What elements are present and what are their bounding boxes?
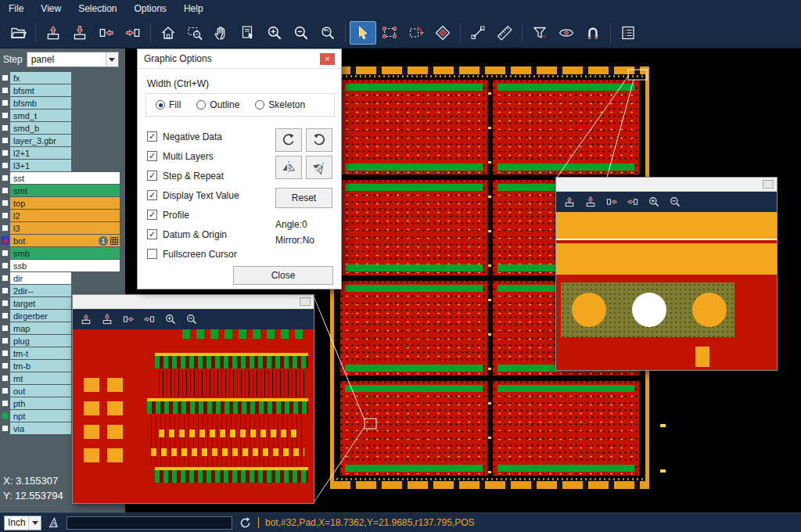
import-bottom-icon[interactable] xyxy=(584,196,597,208)
layer-checkbox[interactable] xyxy=(2,375,9,382)
magnifier-window-left[interactable] xyxy=(72,294,314,504)
chevron-down-icon[interactable] xyxy=(28,516,41,530)
import-right-button[interactable] xyxy=(120,21,146,45)
chevron-down-icon[interactable] xyxy=(106,52,118,66)
close-button[interactable]: Close xyxy=(233,266,333,285)
layer-checkbox[interactable] xyxy=(2,200,9,207)
layer-checkbox[interactable] xyxy=(2,262,9,269)
checkbox-multi-layers[interactable]: Multi Layers xyxy=(147,146,239,166)
pan-button[interactable] xyxy=(208,21,235,45)
mirror-diagonal-button[interactable] xyxy=(306,156,332,179)
rotate-cw-button[interactable] xyxy=(275,128,302,152)
zoom-previous-button[interactable] xyxy=(314,21,341,45)
menu-item-file[interactable]: File xyxy=(0,1,32,16)
layer-checkbox[interactable] xyxy=(2,275,9,282)
layer-row[interactable]: sst xyxy=(0,172,120,184)
layer-checkbox[interactable] xyxy=(2,400,9,407)
magnifier-titlebar[interactable] xyxy=(556,178,777,192)
layer-row[interactable]: l3 xyxy=(0,222,120,234)
layer-row[interactable]: smd_b xyxy=(0,122,120,134)
command-input[interactable] xyxy=(66,516,232,530)
zoom-out-button[interactable] xyxy=(288,21,314,45)
import-top-icon[interactable] xyxy=(563,196,576,208)
mirror-horizontal-button[interactable] xyxy=(275,156,302,179)
layer-checkbox[interactable] xyxy=(2,174,9,182)
layer-checkbox[interactable] xyxy=(2,337,9,344)
layer-checkbox[interactable] xyxy=(2,425,9,432)
layer-checkbox[interactable] xyxy=(2,300,9,307)
import-top-icon[interactable] xyxy=(80,313,92,325)
import-right-icon[interactable] xyxy=(627,196,639,208)
checkbox-step-repeat[interactable]: Step & Repeat xyxy=(147,166,239,185)
refresh-icon[interactable] xyxy=(239,516,252,530)
import-left-icon[interactable] xyxy=(122,313,135,325)
import-right-icon[interactable] xyxy=(143,313,156,325)
layer-row[interactable]: ssb xyxy=(0,260,120,271)
graphic-options-dialog[interactable]: Graphic Options Width (Ctrl+W) FillOutli… xyxy=(137,49,342,289)
layer-checkbox[interactable] xyxy=(2,250,9,257)
magnifier-view[interactable] xyxy=(73,329,314,503)
layer-row[interactable]: bfsmb xyxy=(0,97,120,109)
apply-transform-button[interactable] xyxy=(429,21,456,45)
zoom-in-icon[interactable] xyxy=(164,313,177,325)
layer-checkbox[interactable] xyxy=(2,325,9,332)
checkbox-profile[interactable]: Profile xyxy=(147,205,239,225)
magnifier-titlebar[interactable] xyxy=(73,295,314,309)
layer-row[interactable]: fx xyxy=(0,72,120,84)
menu-item-selection[interactable]: Selection xyxy=(70,1,125,16)
zoom-window-button[interactable] xyxy=(181,21,208,45)
layer-row[interactable]: layer_3.gbr xyxy=(0,135,120,146)
checkbox-display-text-value[interactable]: Display Text Value xyxy=(147,185,239,205)
layer-row[interactable]: dir xyxy=(0,272,120,284)
layer-checkbox[interactable] xyxy=(2,312,9,319)
open-folder-button[interactable] xyxy=(5,21,31,45)
layer-checkbox[interactable] xyxy=(2,149,9,156)
dialog-titlebar[interactable]: Graphic Options xyxy=(138,49,341,69)
cursor-tool-button[interactable] xyxy=(350,21,376,45)
import-bottom-button[interactable] xyxy=(66,21,93,45)
window-button[interactable] xyxy=(763,180,774,189)
layer-row[interactable]: smb xyxy=(0,247,120,259)
layer-checkbox[interactable] xyxy=(2,87,9,94)
layer-checkbox[interactable] xyxy=(2,162,9,169)
layer-checkbox[interactable] xyxy=(2,225,9,232)
layer-row[interactable]: bot1 xyxy=(0,235,120,246)
menu-item-view[interactable]: View xyxy=(32,1,70,16)
snap-button[interactable] xyxy=(580,21,606,45)
select-document-button[interactable] xyxy=(235,21,261,45)
magnifier-window-right[interactable] xyxy=(555,177,778,371)
layer-checkbox[interactable] xyxy=(2,112,9,119)
radio-fill[interactable]: Fill xyxy=(156,99,181,110)
layer-row[interactable]: smt xyxy=(0,185,120,196)
rotate-ccw-button[interactable] xyxy=(306,128,332,152)
magnifier-view[interactable] xyxy=(556,212,777,370)
zoom-out-icon[interactable] xyxy=(669,196,681,208)
layer-checkbox[interactable] xyxy=(2,124,9,131)
report-button[interactable] xyxy=(615,21,641,45)
layer-row[interactable]: l2 xyxy=(0,210,120,221)
layer-row[interactable]: l2+1 xyxy=(0,147,120,159)
window-button[interactable] xyxy=(300,297,311,306)
menu-item-help[interactable]: Help xyxy=(175,1,212,16)
transform-select-button[interactable] xyxy=(403,21,429,45)
checkbox-negative-data[interactable]: Negative Data xyxy=(147,127,239,146)
zoom-in-button[interactable] xyxy=(261,21,288,45)
layer-checkbox[interactable] xyxy=(2,212,9,219)
layer-row[interactable]: top xyxy=(0,197,120,209)
radio-skeleton[interactable]: Skeleton xyxy=(255,99,305,110)
layer-row[interactable]: smd_t xyxy=(0,110,120,121)
menu-item-options[interactable]: Options xyxy=(126,1,175,16)
layer-checkbox[interactable] xyxy=(2,137,9,144)
home-view-button[interactable] xyxy=(155,21,181,45)
unit-select[interactable]: Inch xyxy=(4,516,41,530)
zoom-in-icon[interactable] xyxy=(648,196,660,208)
layer-checkbox[interactable] xyxy=(2,362,9,369)
import-top-button[interactable] xyxy=(40,21,66,45)
layer-checkbox[interactable] xyxy=(2,99,9,106)
layer-checkbox[interactable] xyxy=(2,387,9,394)
checkbox-fullscreen-cursor[interactable]: Fullscreen Cursor xyxy=(147,244,239,264)
radio-outline[interactable]: Outline xyxy=(196,99,239,110)
import-left-icon[interactable] xyxy=(605,196,618,208)
ruler-button[interactable] xyxy=(491,21,518,45)
zoom-out-icon[interactable] xyxy=(185,313,198,325)
